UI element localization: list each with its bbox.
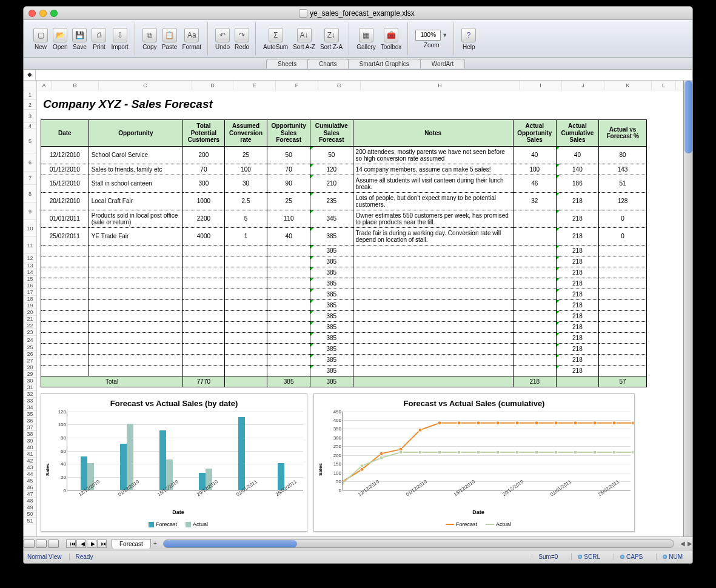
- svg-point-21: [438, 450, 441, 454]
- open-button[interactable]: 📂Open: [50, 27, 70, 52]
- zoom-icon[interactable]: [50, 10, 58, 17]
- svg-point-10: [535, 421, 538, 424]
- table-row[interactable]: 385218: [41, 365, 647, 376]
- forecast-table[interactable]: DateOpportunityTotal Potential Customers…: [41, 119, 647, 387]
- autosum-button[interactable]: ΣAutoSum: [261, 27, 290, 52]
- close-icon[interactable]: [28, 10, 36, 17]
- svg-point-4: [418, 428, 422, 432]
- table-row[interactable]: 385218: [41, 245, 647, 256]
- svg-point-9: [515, 421, 519, 424]
- svg-point-8: [496, 421, 500, 424]
- next-sheet-icon: ▶: [87, 540, 96, 548]
- sort a-z-button[interactable]: A↓Sort A-Z: [290, 27, 318, 52]
- svg-point-27: [554, 450, 558, 454]
- view-mode[interactable]: Normal View: [27, 553, 62, 560]
- svg-point-22: [457, 450, 461, 454]
- svg-point-30: [612, 450, 616, 454]
- chart-title: Forecast vs Actual Sales (by date): [45, 399, 303, 408]
- ribbon-tab[interactable]: Charts: [307, 59, 348, 68]
- table-row[interactable]: 385218: [41, 278, 647, 289]
- ribbon-tab[interactable]: SmartArt Graphics: [348, 59, 421, 68]
- table-row[interactable]: 385218: [41, 343, 647, 354]
- svg-point-15: [632, 421, 634, 424]
- chevron-left-icon[interactable]: ◀: [678, 540, 688, 547]
- chart-title: Forecast vs Actual Sales (cumulative): [318, 399, 631, 408]
- svg-point-12: [574, 421, 577, 424]
- copy-button[interactable]: ⧉Copy: [140, 27, 159, 52]
- import-button[interactable]: ⇩Import: [109, 27, 130, 52]
- prev-sheet-icon: ◀: [76, 540, 86, 548]
- svg-point-11: [554, 421, 558, 424]
- toolbox-button[interactable]: 🧰Toolbox: [378, 27, 404, 52]
- svg-point-23: [477, 450, 480, 454]
- document-icon: [299, 9, 307, 18]
- svg-point-25: [515, 450, 519, 454]
- svg-point-26: [535, 450, 538, 454]
- svg-point-5: [438, 421, 441, 424]
- table-header-row: DateOpportunityTotal Potential Customers…: [41, 120, 647, 147]
- titlebar: ye_sales_forecast_example.xlsx: [24, 7, 692, 20]
- table-row[interactable]: 01/01/2011Products sold in local post of…: [41, 210, 647, 227]
- svg-point-19: [399, 450, 403, 454]
- line-chart[interactable]: Forecast vs Actual Sales (cumulative) Sa…: [313, 393, 635, 532]
- table-row[interactable]: 12/12/2010School Carol Service2002550502…: [41, 146, 647, 164]
- format-button[interactable]: AaFormat: [179, 27, 204, 52]
- svg-point-20: [418, 450, 422, 454]
- table-row[interactable]: 385218: [41, 332, 647, 343]
- svg-point-7: [477, 421, 480, 424]
- status-caps: CAPS: [614, 553, 649, 560]
- svg-point-14: [612, 421, 616, 424]
- status-ready: Ready: [69, 553, 99, 560]
- table-row[interactable]: 25/02/2011YE Trade Fair4000140385Trade f…: [41, 227, 647, 245]
- column-headers[interactable]: ABCDEFGHIJKL: [37, 81, 683, 90]
- sheet-tab-bar: ⏮◀ ▶⏭ Forecast + ◀ ▶: [24, 536, 692, 550]
- horizontal-scrollbar[interactable]: [163, 540, 674, 548]
- svg-point-17: [360, 464, 364, 467]
- toolbar: ▢New📂Open💾Save⎙Print⇩Import ⧉Copy📋PasteA…: [24, 20, 692, 58]
- table-row[interactable]: 385218: [41, 299, 647, 310]
- table-row[interactable]: 385218: [41, 256, 647, 267]
- vertical-scrollbar[interactable]: [683, 81, 692, 541]
- zoom-input[interactable]: [415, 30, 441, 41]
- svg-point-1: [360, 467, 364, 471]
- help-button[interactable]: ? Help: [459, 27, 478, 52]
- view-buttons[interactable]: [24, 540, 59, 548]
- svg-point-16: [343, 481, 344, 485]
- table-row[interactable]: 385218: [41, 267, 647, 278]
- table-row[interactable]: 385218: [41, 310, 647, 321]
- svg-point-2: [380, 452, 383, 455]
- table-row[interactable]: 385218: [41, 321, 647, 332]
- table-row[interactable]: 385218: [41, 354, 647, 365]
- page-title: Company XYZ - Sales Forecast: [43, 98, 680, 111]
- save-button[interactable]: 💾Save: [70, 27, 89, 52]
- window-title: ye_sales_forecast_example.xlsx: [58, 9, 656, 18]
- first-sheet-icon: ⏮: [66, 540, 76, 548]
- sort z-a-button[interactable]: Z↓Sort Z-A: [318, 27, 345, 52]
- zoom-control[interactable]: ▼ Zoom: [413, 28, 450, 50]
- gallery-button[interactable]: ▦Gallery: [354, 27, 378, 52]
- svg-point-31: [632, 450, 634, 454]
- paste-button[interactable]: 📋Paste: [159, 27, 180, 52]
- ribbon-tab[interactable]: Sheets: [266, 59, 308, 68]
- table-row[interactable]: 20/12/2010Local Craft Fair10002.525235Lo…: [41, 192, 647, 210]
- formula-bar[interactable]: ◆: [24, 70, 692, 81]
- chevron-right-icon[interactable]: ▶: [688, 540, 692, 547]
- status-scrl: SCRL: [571, 553, 606, 560]
- new-button[interactable]: ▢New: [31, 27, 50, 52]
- row-headers[interactable]: 1234567891011121314151617181920212223242…: [24, 81, 37, 541]
- print-button[interactable]: ⎙Print: [89, 27, 109, 52]
- svg-point-24: [496, 450, 500, 454]
- table-row[interactable]: 385218: [41, 289, 647, 299]
- spreadsheet[interactable]: 1234567891011121314151617181920212223242…: [24, 81, 692, 541]
- table-row[interactable]: 01/12/2010Sales to friends, family etc70…: [41, 164, 647, 175]
- table-row[interactable]: 15/12/2010Stall in school canteen3003090…: [41, 175, 647, 192]
- status-bar: Normal View Ready Sum=0 SCRL CAPS NUM: [24, 550, 692, 563]
- sheet-nav[interactable]: ⏮◀ ▶⏭: [64, 540, 109, 548]
- undo-button[interactable]: ↶Undo: [213, 27, 232, 52]
- sheet-tab[interactable]: Forecast: [112, 539, 151, 549]
- ribbon-tab[interactable]: WordArt: [420, 59, 466, 68]
- bar-chart[interactable]: Forecast vs Actual Sales (by date) Sales…: [41, 393, 307, 532]
- minimize-icon[interactable]: [39, 10, 47, 17]
- ribbon-tabs: SheetsChartsSmartArt GraphicsWordArt: [24, 58, 692, 70]
- redo-button[interactable]: ↷Redo: [232, 27, 252, 52]
